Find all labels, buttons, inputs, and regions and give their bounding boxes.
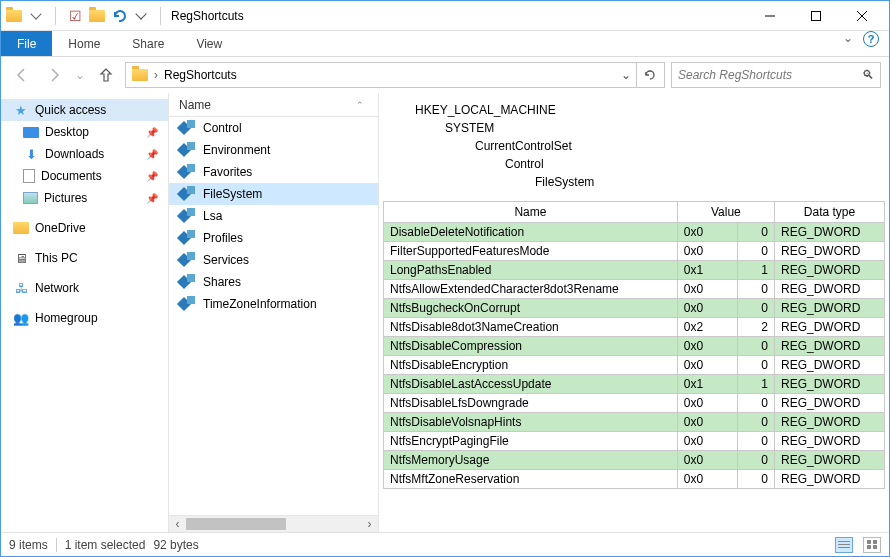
col-name[interactable]: Name: [384, 202, 678, 223]
file-item[interactable]: Shares: [169, 271, 378, 293]
file-item[interactable]: FileSystem: [169, 183, 378, 205]
chevron-right-icon[interactable]: ›: [152, 68, 160, 82]
minimize-button[interactable]: [747, 1, 793, 31]
properties-icon[interactable]: ☑: [66, 7, 84, 25]
close-button[interactable]: [839, 1, 885, 31]
cell-datatype: REG_DWORD: [775, 451, 885, 470]
folder-icon[interactable]: [5, 7, 23, 25]
scroll-left-icon[interactable]: ‹: [169, 517, 186, 531]
file-name: FileSystem: [203, 187, 262, 201]
nav-quick-access[interactable]: ★Quick access: [1, 99, 168, 121]
nav-desktop[interactable]: Desktop📌: [1, 121, 168, 143]
address-bar-row: ⌄ › RegShortcuts ⌄ Search RegShortcuts 🔍…: [1, 57, 889, 93]
ribbon-expand-icon[interactable]: ⌄: [843, 31, 853, 56]
file-rows: ControlEnvironmentFavoritesFileSystemLsa…: [169, 117, 378, 515]
view-details-button[interactable]: [835, 537, 853, 553]
scroll-thumb[interactable]: [186, 518, 286, 530]
table-row[interactable]: NtfsDisable8dot3NameCreation0x22REG_DWOR…: [384, 318, 885, 337]
table-row[interactable]: NtfsBugcheckOnCorrupt0x00REG_DWORD: [384, 299, 885, 318]
up-button[interactable]: [93, 62, 119, 88]
table-row[interactable]: NtfsMemoryUsage0x00REG_DWORD: [384, 451, 885, 470]
nav-homegroup[interactable]: 👥Homegroup: [1, 307, 168, 329]
file-item[interactable]: Lsa: [169, 205, 378, 227]
table-row[interactable]: NtfsDisableVolsnapHints0x00REG_DWORD: [384, 413, 885, 432]
tab-home[interactable]: Home: [52, 31, 116, 56]
back-button[interactable]: [9, 62, 35, 88]
qat-dropdown-icon[interactable]: [27, 7, 45, 25]
tab-view[interactable]: View: [180, 31, 238, 56]
cell-value-dec: 0: [738, 223, 775, 242]
tab-file[interactable]: File: [1, 31, 52, 56]
col-datatype[interactable]: Data type: [775, 202, 885, 223]
tab-share[interactable]: Share: [116, 31, 180, 56]
recent-dropdown-icon[interactable]: ⌄: [73, 62, 87, 88]
ribbon: File Home Share View ⌄ ?: [1, 31, 889, 57]
cell-datatype: REG_DWORD: [775, 299, 885, 318]
registry-shortcut-icon: [179, 186, 195, 202]
path-segment: FileSystem: [535, 173, 885, 191]
table-row[interactable]: NtfsAllowExtendedCharacter8dot3Rename0x0…: [384, 280, 885, 299]
svg-rect-1: [812, 11, 821, 20]
table-row[interactable]: NtfsMftZoneReservation0x00REG_DWORD: [384, 470, 885, 489]
pin-icon: 📌: [146, 193, 158, 204]
table-row[interactable]: FilterSupportedFeaturesMode0x00REG_DWORD: [384, 242, 885, 261]
file-item[interactable]: Favorites: [169, 161, 378, 183]
registry-shortcut-icon: [179, 274, 195, 290]
scroll-track[interactable]: [186, 516, 361, 532]
separator: [55, 7, 56, 25]
file-item[interactable]: Environment: [169, 139, 378, 161]
table-row[interactable]: LongPathsEnabled0x11REG_DWORD: [384, 261, 885, 280]
breadcrumb[interactable]: RegShortcuts: [160, 68, 241, 82]
cell-value-hex: 0x0: [677, 356, 737, 375]
address-history-dropdown[interactable]: ⌄: [616, 68, 636, 82]
cell-value-hex: 0x0: [677, 451, 737, 470]
forward-button[interactable]: [41, 62, 67, 88]
column-header-name[interactable]: Name ⌃: [169, 93, 378, 117]
file-item[interactable]: Control: [169, 117, 378, 139]
view-large-icons-button[interactable]: [863, 537, 881, 553]
registry-shortcut-icon: [179, 296, 195, 312]
status-selected: 1 item selected: [65, 538, 146, 552]
table-row[interactable]: NtfsDisableLastAccessUpdate0x11REG_DWORD: [384, 375, 885, 394]
table-row[interactable]: NtfsDisableLfsDowngrade0x00REG_DWORD: [384, 394, 885, 413]
file-item[interactable]: Services: [169, 249, 378, 271]
qat-chevron-icon[interactable]: [132, 7, 150, 25]
nav-label: Downloads: [45, 147, 104, 161]
navigation-pane: ★Quick access Desktop📌 ⬇Downloads📌 Docum…: [1, 93, 169, 532]
col-value[interactable]: Value: [677, 202, 774, 223]
undo-icon[interactable]: [110, 7, 128, 25]
cell-datatype: REG_DWORD: [775, 280, 885, 299]
folder-icon[interactable]: [88, 7, 106, 25]
nav-onedrive[interactable]: OneDrive: [1, 217, 168, 239]
address-bar[interactable]: › RegShortcuts ⌄: [125, 62, 665, 88]
title-bar: ☑ RegShortcuts: [1, 1, 889, 31]
refresh-button[interactable]: [636, 62, 662, 88]
horizontal-scrollbar[interactable]: ‹ ›: [169, 515, 378, 532]
nav-downloads[interactable]: ⬇Downloads📌: [1, 143, 168, 165]
nav-pictures[interactable]: Pictures📌: [1, 187, 168, 209]
search-icon[interactable]: 🔍︎: [862, 68, 874, 82]
cell-value-hex: 0x0: [677, 337, 737, 356]
help-icon[interactable]: ?: [863, 31, 879, 47]
cell-name: FilterSupportedFeaturesMode: [384, 242, 678, 261]
cell-name: NtfsDisableEncryption: [384, 356, 678, 375]
registry-path: HKEY_LOCAL_MACHINE SYSTEM CurrentControl…: [383, 101, 885, 191]
search-input[interactable]: Search RegShortcuts 🔍︎: [671, 62, 881, 88]
maximize-button[interactable]: [793, 1, 839, 31]
nav-documents[interactable]: Documents📌: [1, 165, 168, 187]
file-name: Lsa: [203, 209, 222, 223]
file-item[interactable]: TimeZoneInformation: [169, 293, 378, 315]
nav-label: Network: [35, 281, 79, 295]
table-row[interactable]: DisableDeleteNotification0x00REG_DWORD: [384, 223, 885, 242]
cell-value-dec: 0: [738, 413, 775, 432]
table-row[interactable]: NtfsEncryptPagingFile0x00REG_DWORD: [384, 432, 885, 451]
nav-network[interactable]: 🖧Network: [1, 277, 168, 299]
table-row[interactable]: NtfsDisableCompression0x00REG_DWORD: [384, 337, 885, 356]
scroll-right-icon[interactable]: ›: [361, 517, 378, 531]
nav-this-pc[interactable]: 🖥This PC: [1, 247, 168, 269]
nav-label: Documents: [41, 169, 102, 183]
cell-value-hex: 0x0: [677, 299, 737, 318]
table-row[interactable]: NtfsDisableEncryption0x00REG_DWORD: [384, 356, 885, 375]
cell-datatype: REG_DWORD: [775, 242, 885, 261]
file-item[interactable]: Profiles: [169, 227, 378, 249]
